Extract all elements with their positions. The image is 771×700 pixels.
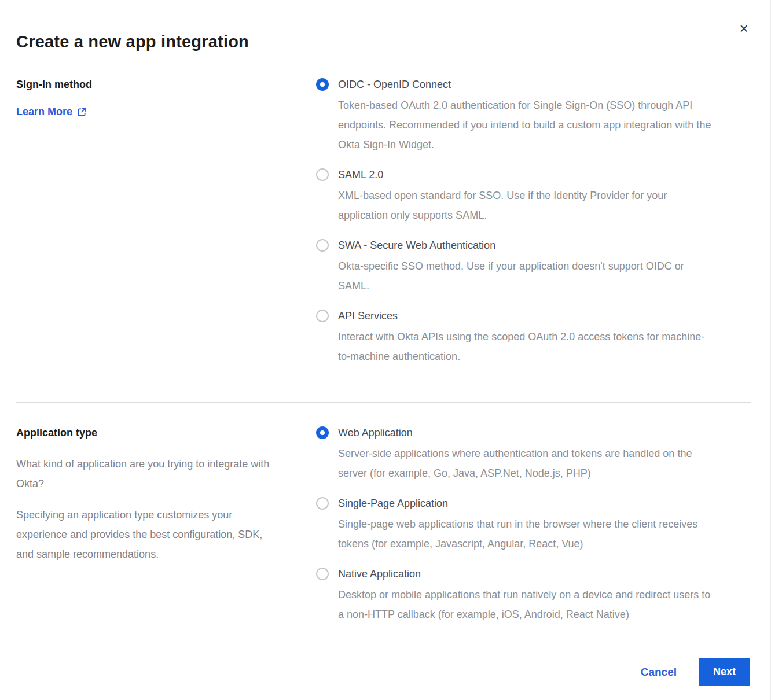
radio-option-description: Token-based OAuth 2.0 authentication for…: [338, 95, 714, 154]
cancel-button[interactable]: Cancel: [641, 666, 677, 679]
create-app-integration-modal: × Create a new app integration Sign-in m…: [0, 0, 771, 700]
radio-unselected-icon[interactable]: [316, 168, 329, 181]
signin-method-left-column: Sign-in method Learn More: [16, 78, 316, 366]
radio-option-label: SAML 2.0: [338, 168, 714, 181]
radio-selected-icon[interactable]: [316, 78, 329, 91]
radio-unselected-icon[interactable]: [316, 239, 329, 252]
application-type-section: Application type What kind of applicatio…: [16, 426, 751, 624]
radio-unselected-icon[interactable]: [316, 497, 329, 510]
learn-more-label: Learn More: [16, 106, 72, 118]
application-type-options: Web Application Server-side applications…: [316, 426, 751, 624]
learn-more-link[interactable]: Learn More: [16, 106, 87, 118]
radio-option[interactable]: API Services Interact with Okta APIs usi…: [316, 310, 751, 366]
radio-option-label: Single-Page Application: [338, 497, 714, 510]
application-type-label: Application type: [16, 426, 316, 439]
radio-option[interactable]: Web Application Server-side applications…: [316, 426, 751, 483]
radio-selected-icon[interactable]: [316, 426, 329, 439]
radio-option-label: Native Application: [338, 568, 714, 580]
radio-option-description: Okta-specific SSO method. Use if your ap…: [338, 256, 714, 296]
application-type-intro: What kind of application are you trying …: [16, 454, 271, 493]
radio-option-label: Web Application: [338, 426, 714, 439]
external-link-icon: [77, 107, 87, 117]
radio-option-label: API Services: [338, 310, 714, 322]
signin-method-label: Sign-in method: [16, 78, 316, 91]
radio-option[interactable]: OIDC - OpenID Connect Token-based OAuth …: [316, 78, 751, 154]
radio-option-description: Server-side applications where authentic…: [338, 444, 714, 483]
section-divider: [16, 402, 751, 403]
radio-unselected-icon[interactable]: [316, 568, 329, 580]
radio-option-label: OIDC - OpenID Connect: [338, 78, 714, 91]
page-title: Create a new app integration: [16, 32, 751, 51]
radio-option[interactable]: SWA - Secure Web Authentication Okta-spe…: [316, 239, 751, 296]
radio-option-description: Single-page web applications that run in…: [338, 514, 714, 554]
signin-method-options: OIDC - OpenID Connect Token-based OAuth …: [316, 78, 751, 366]
radio-option-description: Interact with Okta APIs using the scoped…: [338, 327, 714, 366]
radio-option-description: Desktop or mobile applications that run …: [338, 585, 714, 624]
next-button[interactable]: Next: [699, 658, 750, 686]
signin-method-section: Sign-in method Learn More OIDC - OpenID …: [16, 78, 751, 366]
close-icon[interactable]: ×: [735, 20, 752, 37]
radio-option[interactable]: Native Application Desktop or mobile app…: [316, 568, 751, 624]
application-type-detail: Specifying an application type customize…: [16, 505, 271, 564]
radio-unselected-icon[interactable]: [316, 310, 329, 322]
modal-footer: Cancel Next: [16, 658, 751, 686]
application-type-left-column: Application type What kind of applicatio…: [16, 426, 316, 624]
radio-option-label: SWA - Secure Web Authentication: [338, 239, 714, 252]
radio-option[interactable]: SAML 2.0 XML-based open standard for SSO…: [316, 168, 751, 225]
radio-option[interactable]: Single-Page Application Single-page web …: [316, 497, 751, 554]
radio-option-description: XML-based open standard for SSO. Use if …: [338, 186, 714, 225]
